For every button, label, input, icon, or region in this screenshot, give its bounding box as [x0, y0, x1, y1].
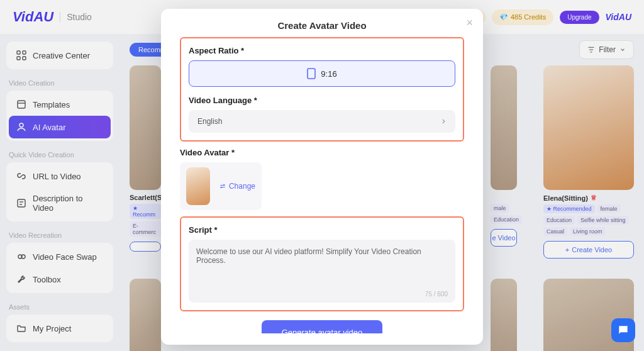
portrait-icon — [307, 68, 316, 79]
swap-icon — [219, 182, 226, 190]
video-avatar-label: Video Avatar * — [180, 148, 464, 157]
video-language-value: English — [197, 117, 222, 126]
change-avatar-button[interactable]: Change — [219, 182, 255, 191]
highlight-script: Script * Welcome to use our AI video pla… — [180, 216, 464, 311]
chat-button[interactable] — [611, 318, 635, 342]
chat-icon — [617, 324, 630, 337]
aspect-ratio-select[interactable]: 9:16 — [189, 60, 455, 87]
generate-avatar-video-button[interactable]: Generate avatar video — [262, 320, 383, 333]
script-counter: 75 / 600 — [425, 291, 448, 298]
script-textarea[interactable]: Welcome to use our AI video platform! Si… — [189, 240, 455, 303]
video-language-select[interactable]: English — [189, 110, 455, 133]
chevron-right-icon — [440, 118, 447, 125]
close-icon[interactable]: × — [466, 16, 473, 30]
aspect-ratio-label: Aspect Ratio * — [189, 46, 455, 55]
create-avatar-video-modal: Create Avatar Video × Aspect Ratio * 9:1… — [161, 9, 483, 345]
svg-rect-12 — [308, 69, 315, 79]
avatar-selector: Change — [180, 162, 262, 210]
script-label: Script * — [189, 225, 455, 235]
avatar-preview[interactable] — [186, 167, 210, 205]
script-text: Welcome to use our AI video platform! Si… — [196, 247, 421, 265]
modal-title: Create Avatar Video — [161, 20, 483, 31]
video-language-label: Video Language * — [189, 96, 455, 105]
highlight-top: Aspect Ratio * 9:16 Video Language * Eng… — [180, 37, 464, 142]
aspect-ratio-value: 9:16 — [321, 69, 336, 79]
change-label: Change — [229, 182, 255, 191]
